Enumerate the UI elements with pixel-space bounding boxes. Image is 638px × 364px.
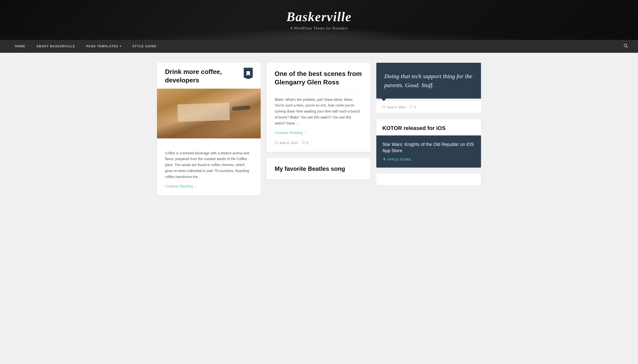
site-header: Baskerville A WordPress Theme for Hoarde… (0, 0, 638, 40)
sidebar-card2-dark-block: Star Wars: Knights of the Old Republic o… (376, 136, 481, 168)
post-1-excerpt: Coffee is a brewed beverage with a disti… (165, 150, 253, 180)
nav-templates-label: PAGE TEMPLATES (86, 40, 118, 53)
sidebar-card2-header: KOTOR released for iOS (376, 119, 481, 132)
sidebar-quote-text: Doing that tech support thing for the pa… (384, 72, 473, 90)
sidebar-card1-meta: June 6, 2014 0 (376, 101, 481, 113)
sidebar-card-3 (376, 174, 481, 186)
apple-store-link[interactable]: APPLE STORE (382, 157, 475, 162)
post-2-continue-link[interactable]: Continue Reading → (275, 131, 307, 135)
comment-icon (302, 141, 305, 145)
sidebar-card2-title: KOTOR released for iOS (382, 125, 475, 132)
sidebar: Doing that tech support thing for the pa… (376, 63, 481, 186)
post-3-body: My favorite Beatles song (267, 158, 370, 180)
clock-icon (275, 141, 278, 145)
svg-rect-9 (410, 105, 413, 107)
sidebar-card1-date: June 6, 2014 (387, 105, 406, 109)
nav-templates[interactable]: PAGE TEMPLATES ▾ (81, 40, 127, 53)
site-title: Baskerville (286, 10, 352, 24)
apple-store-label: APPLE STORE (387, 158, 411, 161)
sidebar-card1-comments: 0 (414, 105, 416, 109)
sidebar-card-1: Doing that tech support thing for the pa… (376, 63, 481, 113)
post-1-body: Coffee is a brewed beverage with a disti… (157, 138, 261, 196)
nav-links: HOME / ABOUT BASKERVILLE / PAGE TEMPLATE… (10, 40, 161, 53)
post-1-continue-link[interactable]: Continue Reading → (165, 184, 197, 188)
sidebar-quote-block: Doing that tech support thing for the pa… (376, 63, 481, 98)
bookmark-icon (244, 68, 253, 79)
nav-about[interactable]: ABOUT BASKERVILLE (32, 40, 80, 53)
nav-home[interactable]: HOME (10, 40, 31, 53)
search-icon[interactable] (623, 44, 628, 49)
site-nav: HOME / ABOUT BASKERVILLE / PAGE TEMPLATE… (0, 40, 638, 53)
post-1-image (157, 89, 261, 138)
sidebar-card1-date-meta: June 6, 2014 (382, 105, 406, 109)
post-2-card: One of the best scenes from Glengarry Gl… (267, 63, 370, 152)
post-2-comments: 0 (306, 141, 308, 145)
sidebar-triangle (381, 98, 386, 101)
sidebar-card-2: KOTOR released for iOS Star Wars: Knight… (376, 119, 481, 168)
post-3-card: My favorite Beatles song (267, 158, 370, 180)
link-icon (382, 157, 386, 162)
post-2-date: June 6, 2014 (279, 141, 298, 145)
post-2-meta: June 6, 2014 0 (275, 140, 362, 145)
post-2-date-meta: June 6, 2014 (275, 141, 298, 145)
main-content: Drink more coffee, developers Coffee is … (147, 63, 491, 196)
svg-rect-5 (302, 141, 305, 143)
site-tagline: A WordPress Theme for Hoarders (290, 26, 348, 30)
chevron-down-icon: ▾ (120, 40, 122, 53)
post-2-comments-meta: 0 (302, 141, 308, 145)
post-1-title: Drink more coffee, developers (165, 68, 241, 85)
nav-style-guide[interactable]: STYLE GUIDE (127, 40, 161, 53)
post-1-header: Drink more coffee, developers (157, 63, 261, 85)
post-1-card: Drink more coffee, developers Coffee is … (157, 63, 261, 196)
svg-line-1 (626, 46, 628, 48)
post-2-excerpt: Blake: What's the problem, pal? Dave Mos… (275, 97, 362, 126)
post-2-body: One of the best scenes from Glengarry Gl… (267, 63, 370, 152)
sidebar-comment-icon (410, 105, 413, 109)
middle-column: One of the best scenes from Glengarry Gl… (267, 63, 370, 180)
svg-line-4 (276, 142, 277, 143)
post-3-title: My favorite Beatles song (275, 165, 362, 172)
sidebar-card2-subtitle: Star Wars: Knights of the Old Republic o… (382, 142, 475, 154)
post-2-title: One of the best scenes from Glengarry Gl… (275, 70, 362, 87)
sidebar-card1-comments-meta: 0 (410, 105, 416, 109)
svg-line-8 (384, 107, 385, 107)
sidebar-clock-icon (382, 105, 386, 109)
post-2-divider (275, 92, 362, 92)
